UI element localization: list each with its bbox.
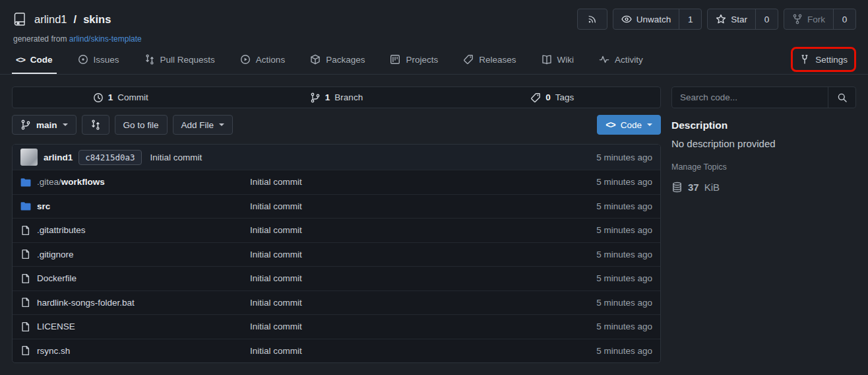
file-icon <box>20 322 31 332</box>
template-repo-link[interactable]: arlind/skins-template <box>69 34 142 44</box>
star-button[interactable]: Star <box>708 9 755 29</box>
tab-projects[interactable]: Projects <box>386 45 442 74</box>
commit-sha-link[interactable]: c84215d0a3 <box>78 150 141 165</box>
tab-pull-requests[interactable]: Pull Requests <box>140 45 219 74</box>
star-label: Star <box>731 15 747 24</box>
file-commit-message-link[interactable]: Initial commit <box>250 298 596 308</box>
tab-actions[interactable]: Actions <box>236 45 289 74</box>
repo-owner-link[interactable]: arlind1 <box>34 13 67 26</box>
folder-icon <box>20 177 31 188</box>
commits-label: Commit <box>117 92 148 102</box>
tab-code[interactable]: <> Code <box>12 46 57 74</box>
file-name-link[interactable]: Dockerfile <box>37 273 77 283</box>
code-icon: <> <box>16 55 25 65</box>
go-to-file-label: Go to file <box>123 120 159 130</box>
tab-issues[interactable]: Issues <box>74 45 123 74</box>
fork-label: Fork <box>807 15 825 24</box>
chevron-down-icon <box>219 123 224 126</box>
code-download-button[interactable]: <> Code <box>597 115 661 135</box>
branch-selector[interactable]: main <box>12 115 77 135</box>
file-commit-message-link[interactable]: Initial commit <box>250 250 596 259</box>
file-commit-time: 5 minutes ago <box>596 201 660 211</box>
fork-button-group: Fork 0 <box>784 9 856 30</box>
tab-packages[interactable]: Packages <box>306 45 369 74</box>
repo-main-column: 1 Commit 1 Branch 0 Tags main <box>12 86 661 363</box>
compare-button[interactable] <box>82 115 109 135</box>
file-commit-message-link[interactable]: Initial commit <box>250 201 596 211</box>
repo-stats-bar: 1 Commit 1 Branch 0 Tags <box>12 86 661 108</box>
avatar[interactable] <box>20 149 38 166</box>
search-input[interactable] <box>672 87 828 108</box>
tab-settings[interactable]: Settings <box>793 49 854 70</box>
file-name-link[interactable]: rsync.sh <box>37 346 70 356</box>
repo-title: arlind1 / skins <box>12 11 111 27</box>
book-icon <box>542 54 552 65</box>
go-to-file-button[interactable]: Go to file <box>115 115 168 135</box>
file-commit-time: 5 minutes ago <box>596 250 660 259</box>
repo-size: 37 KiB <box>671 182 856 193</box>
file-commit-time: 5 minutes ago <box>596 225 660 235</box>
repo-size-value: 37 <box>688 182 699 193</box>
file-name-link[interactable]: .gitattributes <box>37 225 86 235</box>
commits-stat-link[interactable]: 1 Commit <box>13 87 228 108</box>
latest-commit-row: arlind1 c84215d0a3 Initial commit 5 minu… <box>13 145 660 170</box>
stars-count[interactable]: 0 <box>755 9 778 29</box>
repo-sidebar: Description No description provided Mana… <box>671 86 856 363</box>
tab-label: Releases <box>479 55 516 65</box>
watch-button-group: Unwatch 1 <box>613 9 702 30</box>
cube-icon <box>310 54 321 65</box>
file-path-prefix[interactable]: .gitea/ <box>37 177 61 187</box>
file-name-link[interactable]: workflows <box>61 177 105 187</box>
star-icon <box>716 14 726 24</box>
file-icon <box>20 345 31 356</box>
tab-wiki[interactable]: Wiki <box>538 45 578 74</box>
repo-name-link[interactable]: skins <box>83 13 111 26</box>
tags-stat-link[interactable]: 0 Tags <box>445 87 660 108</box>
search-button[interactable] <box>828 87 855 108</box>
file-commit-message-link[interactable]: Initial commit <box>250 346 596 356</box>
table-row: .gitignore Initial commit 5 minutes ago <box>13 242 660 267</box>
file-icon <box>20 225 31 236</box>
generated-from-text: generated from <box>13 34 67 44</box>
add-file-button[interactable]: Add File <box>173 115 233 135</box>
description-heading: Description <box>671 119 856 131</box>
table-row: LICENSE Initial commit 5 minutes ago <box>13 314 660 339</box>
current-branch-label: main <box>36 120 57 130</box>
tag-icon <box>463 54 474 65</box>
manage-topics-link[interactable]: Manage Topics <box>671 162 727 172</box>
tab-activity[interactable]: Activity <box>595 45 647 74</box>
fork-button[interactable]: Fork <box>784 9 833 29</box>
repo-size-unit: KiB <box>704 182 720 193</box>
git-branch-icon <box>310 92 321 103</box>
git-compare-icon <box>144 54 155 65</box>
commit-message-link[interactable]: Initial commit <box>150 153 202 162</box>
unwatch-button[interactable]: Unwatch <box>613 9 679 29</box>
file-icon <box>20 249 31 259</box>
tab-releases[interactable]: Releases <box>459 45 520 74</box>
file-name-link[interactable]: LICENSE <box>37 322 75 331</box>
file-commit-message-link[interactable]: Initial commit <box>250 322 596 331</box>
repo-header: arlind1 / skins Unwatch 1 Star 0 <box>0 0 868 75</box>
commit-author-link[interactable]: arlind1 <box>44 153 73 162</box>
unwatch-label: Unwatch <box>636 15 671 24</box>
chevron-down-icon <box>63 123 68 126</box>
folder-icon <box>20 201 31 211</box>
file-name-link[interactable]: hardlink-songs-folder.bat <box>37 298 135 308</box>
file-commit-message-link[interactable]: Initial commit <box>250 273 596 283</box>
code-search-box <box>671 86 856 108</box>
table-row: .gitattributes Initial commit 5 minutes … <box>13 218 660 242</box>
file-name-link[interactable]: src <box>37 201 50 211</box>
rss-button[interactable] <box>577 9 607 30</box>
branches-stat-link[interactable]: 1 Branch <box>228 87 444 108</box>
table-row: rsync.sh Initial commit 5 minutes ago <box>13 339 660 363</box>
forks-count[interactable]: 0 <box>833 9 855 29</box>
file-name-link[interactable]: .gitignore <box>37 250 74 259</box>
file-icon <box>20 297 31 308</box>
git-compare-icon <box>90 119 101 130</box>
file-commit-message-link[interactable]: Initial commit <box>250 177 596 187</box>
code-button-label: Code <box>621 120 642 130</box>
table-row: .gitea/workflows Initial commit 5 minute… <box>13 170 660 194</box>
play-circle-icon <box>240 54 251 65</box>
watchers-count[interactable]: 1 <box>679 9 701 29</box>
file-commit-message-link[interactable]: Initial commit <box>250 225 596 235</box>
